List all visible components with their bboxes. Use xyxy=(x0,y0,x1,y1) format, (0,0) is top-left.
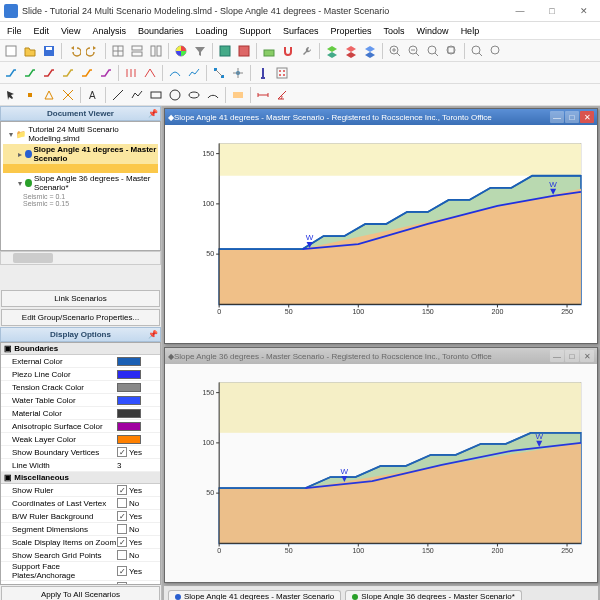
sub-close-icon[interactable]: ✕ xyxy=(580,111,594,123)
tree-child-seismic-2[interactable]: Seismic = 0.15 xyxy=(3,200,158,207)
zoom-in-icon[interactable] xyxy=(386,42,404,60)
tree-root[interactable]: ▾📁Tutorial 24 Multi Scenario Modeling.sl… xyxy=(3,124,158,144)
pin-icon-2[interactable]: 📌 xyxy=(148,330,158,339)
close-button[interactable]: ✕ xyxy=(572,3,596,19)
menu-properties[interactable]: Properties xyxy=(326,25,377,37)
interpret-icon[interactable] xyxy=(235,42,253,60)
select-icon[interactable] xyxy=(2,86,20,104)
display-options-grid[interactable]: ▣ Boundaries External ColorPiezo Line Co… xyxy=(0,342,161,585)
edit-group-button[interactable]: Edit Group/Scenario Properties... xyxy=(1,309,160,326)
prop-scale-display-items-on-zoom[interactable]: Scale Display Items on Zoom✓Yes xyxy=(1,536,160,549)
grid-search-icon[interactable] xyxy=(273,64,291,82)
redo-icon[interactable] xyxy=(84,42,102,60)
menu-support[interactable]: Support xyxy=(235,25,277,37)
circle-icon[interactable] xyxy=(166,86,184,104)
zoom-prev-icon[interactable] xyxy=(487,42,505,60)
menu-analysis[interactable]: Analysis xyxy=(87,25,131,37)
menu-edit[interactable]: Edit xyxy=(29,25,55,37)
prop-external-color[interactable]: External Color xyxy=(1,355,160,368)
prop-weak-layer-color[interactable]: Weak Layer Color xyxy=(1,433,160,446)
new-icon[interactable] xyxy=(2,42,20,60)
prop-segment-dimensions[interactable]: Segment DimensionsNo xyxy=(1,523,160,536)
menu-file[interactable]: File xyxy=(2,25,27,37)
boundary-purple-icon[interactable] xyxy=(97,64,115,82)
surface-circ-icon[interactable] xyxy=(166,64,184,82)
plot-41[interactable]: WW05010015020025050100150 xyxy=(165,125,597,343)
menu-help[interactable]: Help xyxy=(456,25,485,37)
prop-material-color[interactable]: Material Color xyxy=(1,407,160,420)
tree-scenario-41[interactable]: ▸ Slope Angle 41 degrees - Master Scenar… xyxy=(3,144,158,164)
color-wheel-icon[interactable] xyxy=(172,42,190,60)
save-icon[interactable] xyxy=(40,42,58,60)
prop-line-width[interactable]: Line Width 3 xyxy=(1,459,160,472)
pin-icon[interactable]: 📌 xyxy=(148,109,158,118)
prop-support-face-plates/anchorage[interactable]: Support Face Plates/Anchorage✓Yes xyxy=(1,562,160,581)
text-icon[interactable]: A xyxy=(84,86,102,104)
line-icon[interactable] xyxy=(109,86,127,104)
menu-tools[interactable]: Tools xyxy=(379,25,410,37)
zoom-fit-icon[interactable] xyxy=(424,42,442,60)
snap-int-icon[interactable] xyxy=(59,86,77,104)
group-boundaries[interactable]: ▣ Boundaries xyxy=(1,343,160,355)
menu-window[interactable]: Window xyxy=(412,25,454,37)
minimize-button[interactable]: — xyxy=(508,3,532,19)
prop-show-search-grid-points[interactable]: Show Search Grid PointsNo xyxy=(1,549,160,562)
snap-mid-icon[interactable] xyxy=(40,86,58,104)
tree-scenario-36[interactable]: ▾ Slope Angle 36 degrees - Master Scenar… xyxy=(3,173,158,193)
surface-noncirc-icon[interactable] xyxy=(185,64,203,82)
tile-h-icon[interactable] xyxy=(128,42,146,60)
material-icon[interactable] xyxy=(260,42,278,60)
load-1-icon[interactable] xyxy=(122,64,140,82)
tab-41[interactable]: Slope Angle 41 degrees - Master Scenario xyxy=(168,590,341,600)
dim-h-icon[interactable] xyxy=(254,86,272,104)
tree-highlight[interactable] xyxy=(3,164,158,173)
zoom-window-icon[interactable] xyxy=(443,42,461,60)
undo-icon[interactable] xyxy=(65,42,83,60)
menu-loading[interactable]: Loading xyxy=(190,25,232,37)
layers-red-icon[interactable] xyxy=(342,42,360,60)
tab-36[interactable]: Slope Angle 36 degrees - Master Scenario… xyxy=(345,590,521,600)
group-misc[interactable]: ▣ Miscellaneous xyxy=(1,472,160,484)
sub-max-icon[interactable]: □ xyxy=(565,111,579,123)
subwin-36-titlebar[interactable]: ◆Slope Angle 36 degrees - Master Scenari… xyxy=(165,348,597,364)
layers-blue-icon[interactable] xyxy=(361,42,379,60)
prop-water-table-color[interactable]: Water Table Color xyxy=(1,394,160,407)
polyline-icon[interactable] xyxy=(128,86,146,104)
load-2-icon[interactable] xyxy=(141,64,159,82)
maximize-button[interactable]: □ xyxy=(540,3,564,19)
wrench-icon[interactable] xyxy=(298,42,316,60)
support-icon[interactable] xyxy=(254,64,272,82)
subwin-41-titlebar[interactable]: ◆Slope Angle 41 degrees - Master Scenari… xyxy=(165,109,597,125)
menu-boundaries[interactable]: Boundaries xyxy=(133,25,189,37)
link-scenarios-button[interactable]: Link Scenarios xyxy=(1,290,160,307)
sub-max-icon[interactable]: □ xyxy=(565,350,579,362)
plot-36[interactable]: WW05010015020025050100150 xyxy=(165,364,597,582)
prop-show-soil-profile[interactable]: Show Soil ProfileNo xyxy=(1,581,160,585)
menu-surfaces[interactable]: Surfaces xyxy=(278,25,324,37)
boundary-ext-icon[interactable] xyxy=(2,64,20,82)
scenario-tree[interactable]: ▾📁Tutorial 24 Multi Scenario Modeling.sl… xyxy=(0,121,161,251)
edit-vertex-icon[interactable] xyxy=(210,64,228,82)
sub-min-icon[interactable]: — xyxy=(550,350,564,362)
filter-icon[interactable] xyxy=(191,42,209,60)
menu-view[interactable]: View xyxy=(56,25,85,37)
apply-all-button[interactable]: Apply To All Scenarios xyxy=(1,586,160,600)
boundary-green-icon[interactable] xyxy=(21,64,39,82)
tree-child-seismic-1[interactable]: Seismic = 0.1 xyxy=(3,193,158,200)
rect-icon[interactable] xyxy=(147,86,165,104)
dim-angle-icon[interactable] xyxy=(273,86,291,104)
arc-icon[interactable] xyxy=(204,86,222,104)
boundary-red-icon[interactable] xyxy=(40,64,58,82)
fill-rect-icon[interactable] xyxy=(229,86,247,104)
prop-show-ruler[interactable]: Show Ruler✓Yes xyxy=(1,484,160,497)
magnet-icon[interactable] xyxy=(279,42,297,60)
prop-show-boundary-vertices[interactable]: Show Boundary Vertices ✓Yes xyxy=(1,446,160,459)
prop-coordinates-of-last-vertex[interactable]: Coordinates of Last VertexNo xyxy=(1,497,160,510)
layers-green-icon[interactable] xyxy=(323,42,341,60)
ellipse-icon[interactable] xyxy=(185,86,203,104)
compute-icon[interactable] xyxy=(216,42,234,60)
tile-v-icon[interactable] xyxy=(147,42,165,60)
zoom-extent-icon[interactable] xyxy=(468,42,486,60)
tree-hscroll[interactable] xyxy=(0,251,161,265)
snap-node-icon[interactable] xyxy=(21,86,39,104)
